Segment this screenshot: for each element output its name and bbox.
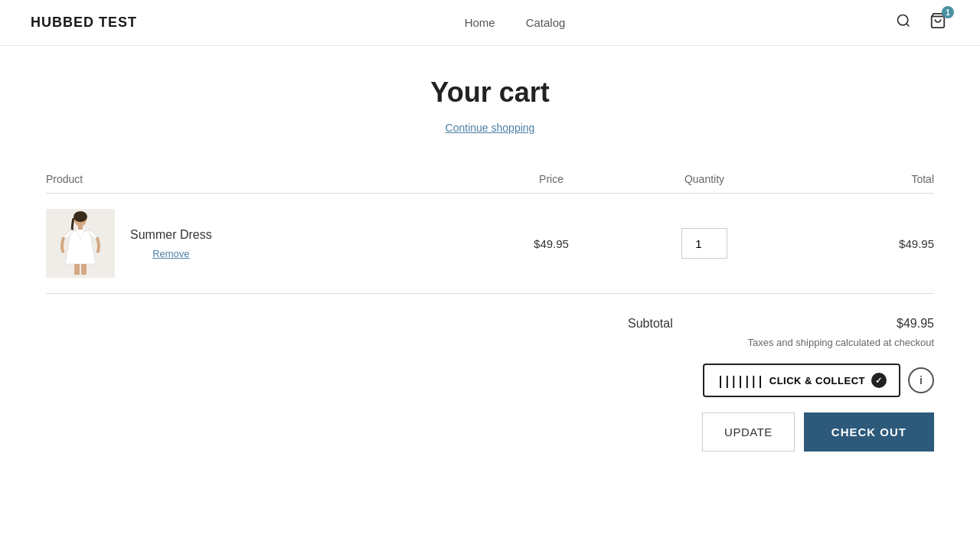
svg-rect-8 — [81, 264, 87, 275]
product-image — [46, 209, 115, 278]
continue-shopping-link[interactable]: Continue shopping — [446, 122, 535, 134]
barcode-icon: ||||||| — [717, 373, 763, 388]
svg-point-0 — [897, 15, 907, 25]
search-button[interactable] — [893, 10, 914, 35]
header-product: Product — [46, 173, 475, 185]
svg-rect-7 — [74, 264, 80, 275]
update-button[interactable]: UPDATE — [702, 412, 795, 452]
subtotal-label: Subtotal — [628, 317, 673, 331]
page-title: Your cart — [46, 77, 934, 109]
click-collect-button[interactable]: ||||||| CLICK & COLLECT ✓ — [703, 364, 900, 397]
quantity-input[interactable] — [681, 228, 727, 259]
header-quantity: Quantity — [628, 173, 781, 185]
site-logo: HUBBED TEST — [31, 15, 137, 31]
taxes-note: Taxes and shipping calculated at checkou… — [747, 337, 934, 348]
info-icon: i — [920, 374, 923, 386]
checkmark-icon: ✓ — [871, 373, 887, 388]
header-price: Price — [475, 173, 628, 185]
header-actions: 1 — [893, 9, 949, 36]
product-info: Summer Dress Remove — [130, 228, 212, 259]
svg-point-5 — [74, 211, 87, 222]
cart-button[interactable]: 1 — [926, 9, 949, 36]
main-content: Your cart Continue shopping Product Pric… — [31, 46, 949, 482]
remove-button[interactable]: Remove — [130, 248, 212, 259]
order-summary: Subtotal $49.95 Taxes and shipping calcu… — [46, 317, 934, 452]
info-button[interactable]: i — [908, 367, 934, 393]
subtotal-row: Subtotal $49.95 — [628, 317, 934, 331]
search-icon — [896, 13, 911, 28]
action-buttons: UPDATE CHECK OUT — [702, 412, 934, 452]
cart-item-row: Summer Dress Remove $49.95 $49.95 — [46, 194, 934, 294]
subtotal-value: $49.95 — [897, 317, 934, 331]
item-total: $49.95 — [781, 237, 934, 250]
checkout-options: ||||||| CLICK & COLLECT ✓ i — [703, 364, 934, 397]
quantity-cell — [628, 228, 781, 259]
cart-table-header: Product Price Quantity Total — [46, 165, 934, 194]
product-cell: Summer Dress Remove — [46, 209, 475, 278]
nav-catalog[interactable]: Catalog — [526, 16, 566, 29]
product-name: Summer Dress — [130, 228, 212, 242]
main-nav: Home Catalog — [465, 16, 566, 29]
checkout-button[interactable]: CHECK OUT — [804, 412, 934, 452]
svg-line-1 — [906, 24, 910, 27]
item-price: $49.95 — [475, 237, 628, 250]
cart-count-badge: 1 — [942, 6, 954, 18]
nav-home[interactable]: Home — [465, 16, 495, 29]
click-collect-label: CLICK & COLLECT — [769, 375, 865, 386]
site-header: HUBBED TEST Home Catalog 1 — [0, 0, 980, 46]
continue-shopping-container: Continue shopping — [46, 121, 934, 135]
header-total: Total — [781, 173, 934, 185]
svg-rect-6 — [78, 226, 83, 230]
product-image-svg — [50, 210, 111, 276]
